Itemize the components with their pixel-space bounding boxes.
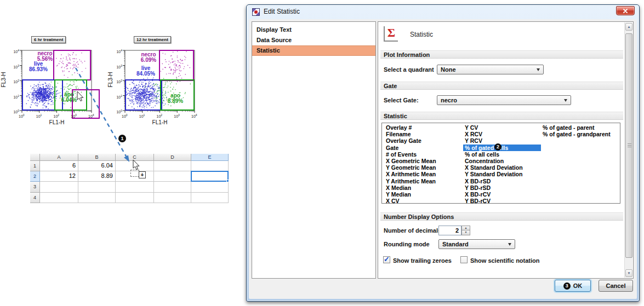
cell-D3[interactable] xyxy=(154,182,191,193)
scrollbar-grip xyxy=(628,143,631,148)
cell-B2[interactable]: 8.89 xyxy=(78,171,116,182)
row-header-4[interactable]: 4 xyxy=(30,193,40,203)
scientific-notation-checkbox[interactable] xyxy=(460,256,468,263)
y-tick-label: 104 xyxy=(114,48,122,54)
column-header-B[interactable]: B xyxy=(78,154,116,161)
stat-option[interactable]: Concentration xyxy=(463,158,541,164)
stat-option[interactable]: % of gated - grandparent xyxy=(541,131,619,137)
cell-D4[interactable] xyxy=(154,193,191,203)
fill-handle[interactable] xyxy=(226,180,229,182)
gate-live-6hr[interactable] xyxy=(22,80,62,110)
stat-option[interactable]: Filename xyxy=(384,131,462,137)
stat-option[interactable]: X BD-rCV xyxy=(463,191,541,198)
rounding-label: Rounding mode xyxy=(384,241,430,247)
x-tick-label: 102 xyxy=(54,113,60,119)
cell-B4[interactable] xyxy=(78,193,116,203)
gate-dropdown[interactable]: necro xyxy=(437,95,571,105)
cell-E4[interactable] xyxy=(191,193,229,203)
gate-necro-12hr[interactable] xyxy=(159,50,193,80)
cell-D1[interactable] xyxy=(154,161,191,171)
stat-option[interactable]: Overlay # xyxy=(384,124,462,131)
stat-option[interactable]: Y BD-rSD xyxy=(463,184,541,191)
y-tick-label: 103 xyxy=(11,63,19,70)
selected-cell-outline xyxy=(191,171,229,182)
cell-C3[interactable] xyxy=(116,182,154,193)
cell-B1[interactable]: 6.04 xyxy=(78,161,116,171)
stat-option[interactable]: Overlay Gate xyxy=(384,137,462,144)
decimals-value[interactable]: 2 xyxy=(438,226,461,235)
drag-outline xyxy=(130,170,139,177)
scrollbar-thumb[interactable] xyxy=(625,33,632,258)
y-tick-label: 100 xyxy=(114,108,122,114)
vertical-scrollbar[interactable]: ▲ ▼ xyxy=(624,22,632,278)
plot1-title-box: 6 hr treatment xyxy=(31,36,66,43)
statistic-listbox[interactable]: 2 Overlay #FilenameOverlay GateGate# of … xyxy=(381,123,620,204)
stat-option[interactable]: Y Arithmetic Mean xyxy=(384,178,462,184)
cell-A1[interactable]: 6 xyxy=(40,161,78,171)
stat-option[interactable]: X RCV xyxy=(463,131,541,137)
scroll-up-button[interactable]: ▲ xyxy=(625,23,632,31)
nav-item-data-source[interactable]: Data Source xyxy=(252,35,375,45)
stat-option[interactable]: Y RCV xyxy=(463,137,541,144)
stat-option[interactable]: X Geometric Mean xyxy=(384,158,462,164)
stat-option[interactable]: % of all cells xyxy=(463,151,541,158)
stat-option[interactable]: X BD-rSD xyxy=(463,178,541,184)
cell-C4[interactable] xyxy=(116,193,154,203)
scroll-down-button[interactable]: ▼ xyxy=(625,269,632,277)
cancel-button[interactable]: Cancel xyxy=(599,280,633,292)
drag-copy-plus-icon: + xyxy=(139,171,146,178)
spinner-up-button[interactable]: ▲ xyxy=(461,226,470,230)
row-header-1[interactable]: 1 xyxy=(30,161,40,171)
plot2-x-axis-label: FL1-H xyxy=(125,119,195,125)
screenshot-canvas: 6 hr treatment 12 hr treatment necro 5.5… xyxy=(0,0,644,306)
cell-D2[interactable] xyxy=(154,171,191,182)
section-gate: Gate xyxy=(380,82,623,90)
row-header-2[interactable]: 2 xyxy=(30,171,40,182)
plot1-apo-label: apo 6.04% xyxy=(58,92,80,103)
stat-option[interactable]: X Median xyxy=(384,184,462,191)
stat-option[interactable]: % of gated cells xyxy=(463,145,541,151)
row-header-3[interactable]: 3 xyxy=(30,182,40,193)
cell-B3[interactable] xyxy=(78,182,116,193)
cell-E1[interactable] xyxy=(191,161,229,171)
stat-option[interactable]: Y Median xyxy=(384,191,462,198)
stat-option[interactable]: Gate xyxy=(384,145,462,151)
column-header-A[interactable]: A xyxy=(40,154,78,161)
close-button[interactable] xyxy=(616,6,635,15)
stat-option[interactable]: Y Standard Deviation xyxy=(463,171,541,177)
cell-A3[interactable] xyxy=(40,182,78,193)
gate-live-12hr[interactable] xyxy=(126,80,162,110)
spinner-down-button[interactable]: ▼ xyxy=(461,230,470,235)
ok-button[interactable]: 3 OK xyxy=(555,280,591,292)
nav-item-statistic[interactable]: Statistic xyxy=(252,45,375,56)
gate-label: Select Gate: xyxy=(384,97,419,103)
quadrant-dropdown[interactable]: None xyxy=(437,65,544,74)
trailing-zeroes-checkbox[interactable]: ✓ xyxy=(383,256,390,263)
cell-E3[interactable] xyxy=(191,182,229,193)
stat-option[interactable]: % of gated - parent xyxy=(541,124,619,131)
decimals-spinner: 2 ▲ ▼ xyxy=(438,226,470,235)
column-header-E[interactable]: E xyxy=(191,154,229,161)
dialog-titlebar[interactable]: Edit Statistic xyxy=(247,5,639,19)
cancel-button-label: Cancel xyxy=(606,282,625,289)
stat-option[interactable]: X Arithmetic Mean xyxy=(384,171,462,177)
x-tick-label: 100 xyxy=(19,113,25,119)
x-tick-label: 104 xyxy=(88,113,94,119)
cell-A2[interactable]: 12 xyxy=(40,171,78,182)
stat-option[interactable]: # of Events xyxy=(384,151,462,158)
plot2-necro-label: necro 6.09% xyxy=(137,52,160,63)
plot1-x-axis-label: FL1-H xyxy=(22,119,92,125)
column-header-C[interactable]: C xyxy=(116,154,154,161)
cell-A4[interactable] xyxy=(40,193,78,203)
stat-option[interactable]: Y BD-rCV xyxy=(463,198,541,204)
decimals-label: Number of decimals xyxy=(384,227,441,234)
stat-option[interactable]: Y CV xyxy=(463,124,541,131)
stat-option[interactable]: X CV xyxy=(384,198,462,204)
column-header-D[interactable]: D xyxy=(154,154,191,161)
stat-option[interactable]: Y Geometric Mean xyxy=(384,164,462,171)
nav-item-display-text[interactable]: Display Text xyxy=(252,25,375,35)
sheet-corner[interactable] xyxy=(30,154,40,161)
stat-option[interactable]: X Standard Deviation xyxy=(463,164,541,171)
gate-necro-6hr[interactable] xyxy=(54,50,90,80)
rounding-dropdown[interactable]: Standard xyxy=(438,239,515,249)
